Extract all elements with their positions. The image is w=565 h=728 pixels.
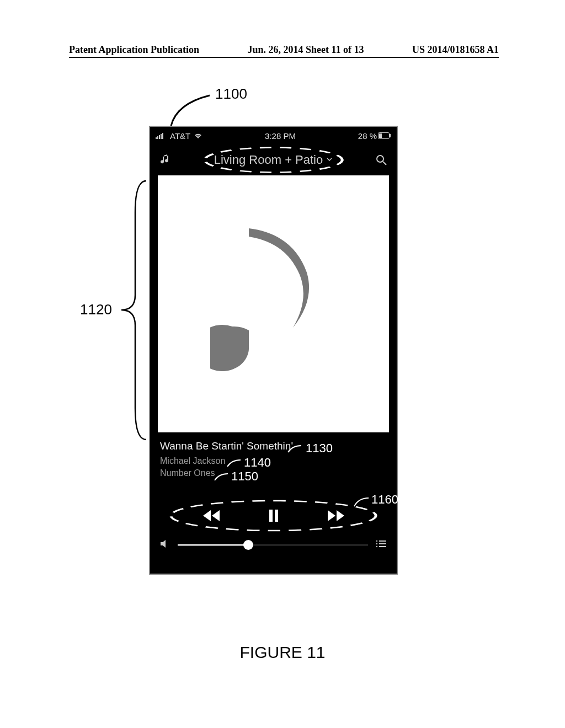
- signal-icon: [156, 131, 167, 141]
- brace-1120: [116, 179, 149, 441]
- svg-rect-19: [379, 546, 386, 547]
- nav-bar: Living Room + Patio: [150, 144, 397, 175]
- carrier-label: AT&T: [170, 131, 190, 141]
- battery-icon: [378, 131, 391, 141]
- queue-icon[interactable]: [376, 539, 387, 550]
- callout-1120: 1120: [80, 301, 112, 318]
- svg-rect-0: [156, 137, 157, 139]
- svg-rect-12: [269, 510, 273, 522]
- volume-fill: [178, 544, 248, 546]
- svg-rect-13: [275, 510, 278, 522]
- svg-rect-17: [379, 543, 386, 544]
- svg-rect-7: [390, 134, 391, 137]
- svg-line-10: [383, 162, 386, 165]
- search-icon[interactable]: [375, 153, 388, 167]
- track-info: Wanna Be Startin' Somethin' Michael Jack…: [150, 432, 397, 481]
- album-art-area[interactable]: [158, 175, 389, 432]
- previous-button[interactable]: [202, 508, 221, 523]
- callout-1150: 1150: [231, 469, 258, 484]
- callout-1140: 1140: [244, 456, 271, 470]
- volume-row: [150, 535, 397, 560]
- track-title: Wanna Be Startin' Somethin': [160, 440, 387, 452]
- svg-rect-1: [157, 136, 158, 139]
- callout-1110: 1110: [331, 130, 358, 144]
- zone-title-label: Living Room + Patio: [214, 153, 323, 167]
- svg-point-18: [376, 546, 377, 547]
- callout-1160: 1160: [371, 493, 398, 507]
- status-bar: AT&T 3:28 PM 28 %: [150, 127, 397, 144]
- clock: 3:28 PM: [265, 131, 296, 141]
- callout-1130: 1130: [306, 441, 333, 456]
- svg-point-9: [377, 156, 383, 162]
- svg-rect-15: [379, 540, 386, 542]
- svg-rect-2: [159, 135, 160, 139]
- wifi-icon: [194, 131, 202, 141]
- svg-point-14: [376, 540, 377, 542]
- pub-label: Patent Application Publication: [69, 44, 199, 56]
- figure-caption: FIGURE 11: [0, 643, 565, 662]
- chevron-down-icon: [326, 155, 333, 165]
- speaker-icon: [160, 539, 170, 550]
- pause-button[interactable]: [267, 508, 280, 523]
- music-note-icon: [210, 212, 337, 396]
- music-library-icon[interactable]: [159, 153, 172, 167]
- zone-selector[interactable]: Living Room + Patio: [214, 153, 333, 167]
- volume-thumb[interactable]: [243, 540, 253, 550]
- svg-rect-4: [162, 133, 163, 139]
- callout-1100: 1100: [215, 85, 247, 103]
- battery-pct: 28 %: [358, 131, 377, 141]
- volume-slider[interactable]: [178, 544, 368, 546]
- pub-number: US 2014/0181658 A1: [412, 44, 499, 56]
- page-header: Patent Application Publication Jun. 26, …: [69, 44, 499, 58]
- track-album: Number Ones: [160, 467, 387, 479]
- track-artist: Michael Jackson: [160, 455, 387, 467]
- svg-rect-6: [379, 133, 382, 138]
- next-button[interactable]: [327, 508, 345, 523]
- svg-point-16: [376, 543, 377, 544]
- svg-rect-3: [161, 134, 162, 139]
- date-sheet: Jun. 26, 2014 Sheet 11 of 13: [247, 44, 364, 56]
